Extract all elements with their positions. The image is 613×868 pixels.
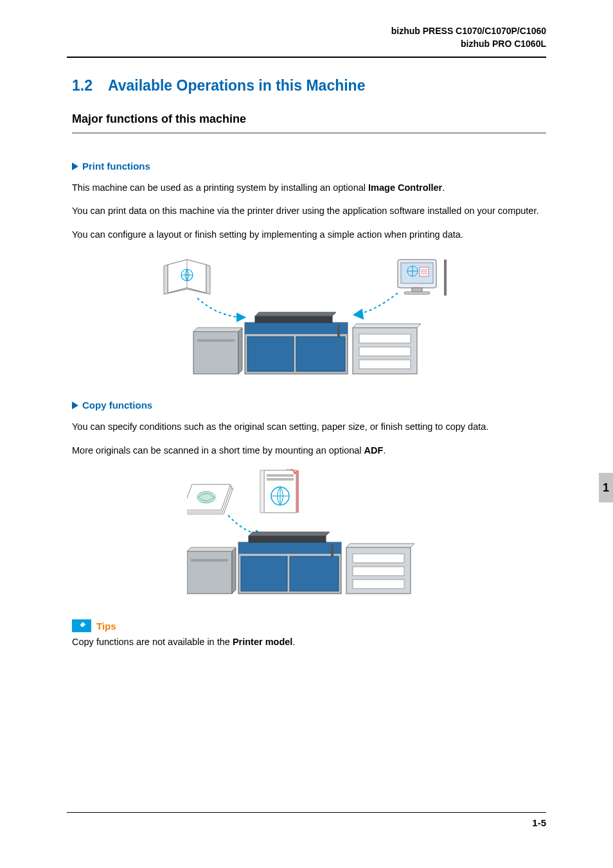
svg-rect-9 (404, 292, 430, 294)
svg-rect-28 (296, 337, 345, 371)
svg-rect-62 (353, 567, 404, 576)
svg-rect-25 (255, 316, 332, 323)
svg-marker-51 (232, 547, 236, 594)
footer-rule (67, 812, 546, 813)
copy-para-2: More originals can be scanned in a short… (72, 443, 546, 457)
svg-rect-63 (353, 580, 404, 589)
svg-marker-64 (346, 544, 414, 547)
svg-rect-58 (290, 556, 339, 591)
svg-rect-27 (247, 337, 294, 371)
svg-rect-49 (187, 551, 232, 594)
subsection-heading: Major functions of this machine (72, 112, 546, 126)
print-illustration (155, 253, 463, 380)
triangle-icon (72, 402, 78, 409)
svg-marker-21 (238, 328, 242, 374)
section-heading: 1.2Available Operations in this Machine (72, 77, 546, 94)
svg-rect-45 (296, 470, 299, 513)
svg-rect-52 (191, 559, 228, 562)
svg-rect-31 (359, 334, 411, 343)
print-para-2: You can print data on this machine via t… (72, 204, 546, 218)
svg-rect-8 (412, 288, 422, 292)
section-number: 1.2 (72, 77, 93, 94)
page-number: 1-5 (532, 817, 546, 828)
svg-rect-22 (197, 339, 235, 342)
section-title: Available Operations in this Machine (108, 77, 365, 94)
tips-text: Copy functions are not available in the … (72, 635, 546, 649)
svg-rect-59 (331, 545, 333, 556)
svg-rect-41 (267, 478, 294, 481)
svg-marker-50 (187, 547, 236, 551)
subsection-rule (72, 132, 546, 134)
svg-marker-56 (249, 532, 330, 536)
svg-marker-20 (193, 328, 242, 332)
svg-rect-55 (249, 536, 326, 542)
copy-illustration (187, 469, 431, 604)
copy-para-1: You can specify conditions such as the o… (72, 420, 546, 434)
tower-icon (444, 260, 447, 296)
print-heading-row: Print functions (72, 161, 546, 172)
svg-rect-19 (193, 332, 238, 374)
svg-point-47 (294, 472, 296, 474)
svg-marker-17 (237, 314, 245, 321)
print-para-3: You can configure a layout or finish set… (72, 227, 546, 242)
svg-rect-24 (245, 323, 348, 334)
triangle-icon (72, 163, 78, 170)
header-line-2: bizhub PRO C1060L (391, 37, 546, 50)
tips-label: Tips (96, 621, 116, 632)
print-para-1: This machine can be used as a printing s… (72, 181, 546, 195)
svg-marker-26 (255, 312, 336, 316)
header-line-1: bizhub PRESS C1070/C1070P/C1060 (391, 24, 546, 37)
page-header: bizhub PRESS C1070/C1070P/C1060 bizhub P… (391, 24, 546, 51)
svg-rect-46 (260, 470, 264, 513)
svg-rect-40 (267, 474, 294, 477)
svg-rect-54 (238, 542, 341, 554)
svg-marker-34 (353, 324, 421, 328)
chapter-tab: 1 (599, 473, 613, 502)
print-figure (72, 253, 546, 380)
tips-row: Tips (72, 619, 546, 632)
svg-marker-18 (354, 310, 363, 319)
copy-heading-row: Copy functions (72, 400, 546, 411)
main-content: 1.2Available Operations in this Machine … (72, 77, 546, 650)
print-heading: Print functions (82, 161, 150, 172)
svg-rect-33 (359, 360, 411, 369)
svg-rect-57 (241, 556, 287, 591)
copy-heading: Copy functions (82, 400, 152, 411)
svg-rect-32 (359, 347, 411, 356)
pushpin-icon (72, 619, 91, 632)
svg-rect-61 (353, 554, 404, 563)
copy-figure (72, 469, 546, 604)
svg-rect-29 (337, 325, 340, 337)
header-rule (67, 57, 546, 58)
